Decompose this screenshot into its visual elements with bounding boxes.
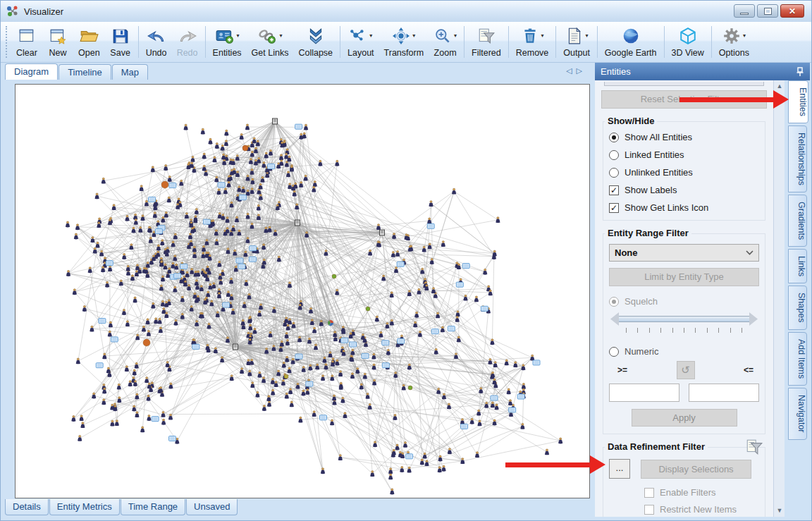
radio-show-all-entities[interactable]: Show All Entities — [609, 132, 759, 142]
dropdown-arrow-icon: ▾ — [279, 25, 282, 47]
tab-scroll-right-icon[interactable]: ▷ — [576, 66, 586, 75]
checkbox-icon: ✓ — [609, 185, 619, 195]
side-tab-shapes[interactable]: Shapes — [788, 286, 807, 329]
chevron-down-icon — [746, 250, 753, 255]
entities-card-icon — [215, 27, 235, 45]
tab-entity-metrics[interactable]: Entity Metrics — [49, 499, 120, 515]
data-refinement-filter-group: Data Refinement Filter ... Display Selec… — [603, 447, 765, 517]
limit-by-entity-type-button[interactable]: Limit by Entity Type — [609, 268, 759, 286]
undo-arrow-icon — [147, 27, 166, 45]
redo-button[interactable]: Redo — [172, 22, 203, 62]
slider-left-handle[interactable] — [610, 312, 619, 326]
refinement-funnel-icon — [745, 438, 763, 456]
tab-scroll-left-icon[interactable]: ◁ — [566, 66, 576, 75]
minimize-icon — [740, 13, 749, 15]
panel-scrollbar[interactable]: ▲ ▼ — [773, 80, 785, 517]
side-tab-relationships[interactable]: Relationships — [788, 125, 807, 192]
checkbox-show-labels[interactable]: ✓ Show Labels — [609, 185, 759, 195]
entities-panel: Reset Selection Filter Show/Hide Show Al… — [595, 80, 773, 517]
tab-unsaved[interactable]: Unsaved — [186, 499, 238, 515]
options-button[interactable]: ▾ Options — [714, 22, 754, 62]
entity-range-filter-group: Entity Range Filter None Limit by Entity… — [603, 233, 765, 434]
restore-icon — [765, 8, 771, 14]
side-tab-entities[interactable]: Entities — [788, 80, 808, 123]
display-selections-button[interactable]: Display Selections — [641, 460, 751, 479]
radio-linked-entities[interactable]: Linked Entities — [609, 149, 759, 160]
side-tab-links[interactable]: Links — [788, 249, 807, 283]
zoom-magnifier-icon — [433, 27, 452, 45]
squelch-range-slider[interactable] — [610, 312, 758, 335]
3d-view-button[interactable]: 3D View — [667, 22, 709, 62]
radio-icon — [609, 297, 619, 307]
radio-squelch[interactable]: Squelch — [609, 296, 759, 307]
tab-timeline[interactable]: Timeline — [59, 64, 111, 80]
side-tab-add-items[interactable]: Add Items — [788, 332, 807, 386]
checkbox-enable-filters[interactable]: Enable Filters — [644, 487, 759, 498]
bottom-tabstrip: Details Entity Metrics Time Range Unsave… — [5, 499, 238, 516]
dropdown-arrow-icon: ▾ — [454, 25, 457, 47]
reset-circular-arrow-icon: ↺ — [681, 364, 690, 376]
max-value-input[interactable] — [689, 384, 759, 402]
app-logo-icon — [6, 5, 19, 18]
tab-time-range[interactable]: Time Range — [121, 499, 185, 515]
options-gear-icon — [722, 27, 741, 45]
radio-icon — [609, 133, 619, 142]
slider-right-handle[interactable] — [749, 312, 758, 326]
restore-button[interactable] — [757, 4, 778, 18]
min-value-input[interactable] — [609, 384, 679, 402]
open-folder-icon — [79, 27, 99, 45]
checkbox-show-get-links-icon[interactable]: ✓ Show Get Links Icon — [609, 202, 759, 213]
minimize-button[interactable] — [734, 4, 755, 18]
title-bar: Visualizer ✕ — [1, 1, 811, 22]
tab-diagram[interactable]: Diagram — [5, 63, 58, 80]
clear-button[interactable]: Clear — [11, 22, 42, 62]
new-button[interactable]: New — [42, 22, 73, 62]
toolbar-separator — [664, 26, 665, 58]
output-document-icon — [565, 27, 584, 45]
collapse-button[interactable]: Collapse — [293, 22, 338, 62]
dropdown-arrow-icon: ▾ — [237, 25, 240, 47]
checkbox-restrict-new-items[interactable]: Restrict New Items — [644, 504, 759, 515]
google-earth-button[interactable]: Google Earth — [600, 22, 662, 62]
remove-button[interactable]: ▾ Remove — [511, 22, 554, 62]
main-toolbar: Clear New Open Save Undo — [1, 22, 811, 63]
reset-range-button[interactable]: ↺ — [677, 361, 695, 379]
close-button[interactable]: ✕ — [780, 4, 804, 18]
output-button[interactable]: ▾ Output — [558, 22, 595, 62]
pin-icon[interactable] — [796, 67, 804, 77]
toolbar-separator — [138, 26, 139, 58]
radio-numeric[interactable]: Numeric — [609, 346, 759, 357]
tab-details[interactable]: Details — [5, 499, 49, 515]
tab-scroll-arrows[interactable]: ◁▷ — [566, 66, 586, 75]
radio-unlinked-entities[interactable]: Unlinked Entities — [609, 167, 759, 178]
scroll-down-icon[interactable]: ▼ — [774, 505, 785, 517]
side-tab-gradients[interactable]: Gradients — [788, 195, 807, 247]
dropdown-arrow-icon: ▾ — [369, 25, 372, 47]
save-button[interactable]: Save — [105, 22, 136, 62]
checkbox-icon: ✓ — [609, 203, 619, 213]
red-arrow-annotation-more-button — [505, 455, 605, 474]
network-graph[interactable] — [16, 85, 589, 498]
side-tab-navigator[interactable]: Navigator — [788, 388, 807, 440]
entities-button[interactable]: ▾ Entities — [208, 22, 247, 62]
remove-trash-icon — [521, 27, 539, 45]
get-links-chain-icon — [257, 27, 277, 45]
layout-button[interactable]: ▾ Layout — [343, 22, 379, 62]
tab-map[interactable]: Map — [112, 64, 148, 80]
undo-button[interactable]: Undo — [141, 22, 172, 62]
close-icon: ✕ — [789, 6, 796, 16]
toolbar-separator — [711, 26, 712, 58]
transform-button[interactable]: ▾ Transform — [379, 22, 429, 62]
clear-window-icon — [18, 27, 36, 45]
open-button[interactable]: Open — [73, 22, 105, 62]
apply-button[interactable]: Apply — [632, 409, 737, 427]
diagram-canvas[interactable] — [15, 84, 590, 498]
entity-range-dropdown[interactable]: None — [609, 244, 759, 262]
zoom-button[interactable]: ▾ Zoom — [429, 22, 462, 62]
more-options-button[interactable]: ... — [609, 459, 630, 479]
filtered-button[interactable]: Filtered — [467, 22, 506, 62]
get-links-button[interactable]: ▾ Get Links — [247, 22, 294, 62]
entities-panel-header: Entities — [595, 63, 810, 80]
slider-ticks — [626, 328, 742, 333]
show-hide-title: Show/Hide — [605, 116, 657, 126]
